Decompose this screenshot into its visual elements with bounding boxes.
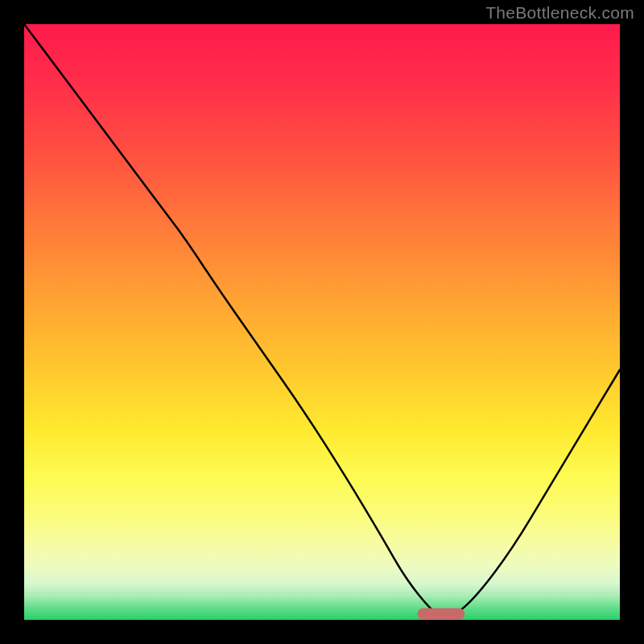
plot-area [24, 24, 620, 620]
bottleneck-curve [24, 24, 620, 620]
optimal-marker [417, 608, 464, 620]
watermark-text: TheBottleneck.com [485, 3, 634, 23]
chart-frame: TheBottleneck.com [0, 0, 644, 644]
